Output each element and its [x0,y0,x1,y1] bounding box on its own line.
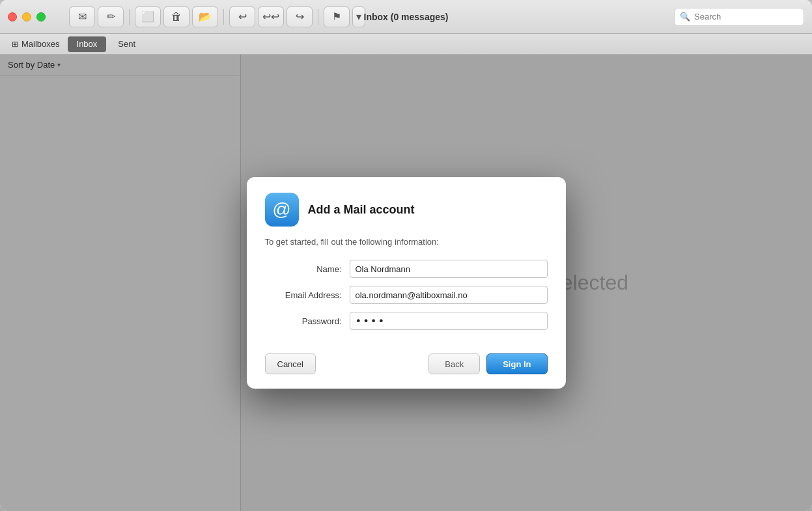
tab-sent-label: Sent [118,39,135,49]
email-row: Email Address: [265,286,548,304]
traffic-lights [8,12,46,21]
separator-2 [223,9,224,25]
signin-button[interactable]: Sign In [486,353,547,374]
archive-button[interactable]: ⬜ [135,7,161,27]
archive-icon: ⬜ [141,10,154,23]
compose-icon: ✉ [78,10,87,23]
mailboxes-button[interactable]: ⊞ Mailboxes [7,38,65,50]
separator-3 [318,9,318,25]
move-button[interactable]: 📂 [192,7,218,27]
at-symbol-icon: @ [272,199,290,220]
reply-all-icon: ↩↩ [262,10,279,23]
minimize-button[interactable] [22,12,31,21]
forward-button[interactable]: ↪ [287,7,313,27]
tab-sent[interactable]: Sent [109,36,145,52]
trash-button[interactable]: 🗑 [163,7,189,27]
modal-overlay: @ Add a Mail account To get started, fil… [0,55,812,511]
forward-icon: ↪ [296,10,304,23]
flag-button[interactable]: ⚑ [324,7,350,27]
titlebar: ✉ ✏ ⬜ 🗑 📂 ↩ ↩↩ ↪ [0,0,812,34]
name-input[interactable] [350,260,548,278]
back-button[interactable]: Back [428,353,480,374]
main-content: Sort by Date ▾ No Message Selected @ Add… [0,55,812,511]
email-label: Email Address: [265,290,350,300]
mailboxes-label: Mailboxes [21,39,60,49]
modal-title: Add a Mail account [308,203,415,217]
tabbar: ⊞ Mailboxes Inbox Sent [0,34,812,55]
separator-1 [129,9,130,25]
cancel-button[interactable]: Cancel [265,353,316,374]
modal-icon: @ [265,193,299,227]
reply-all-button[interactable]: ↩↩ [258,7,284,27]
reply-icon: ↩ [238,10,247,23]
name-row: Name: [265,260,548,278]
add-mail-account-dialog: @ Add a Mail account To get started, fil… [247,177,566,389]
toolbar-left: ✉ ✏ ⬜ 🗑 📂 ↩ ↩↩ ↪ [69,7,365,27]
tab-inbox[interactable]: Inbox [68,36,107,52]
tab-inbox-label: Inbox [77,39,98,49]
toolbar-right: 🔍 [674,8,804,26]
search-bar[interactable]: 🔍 [674,8,804,26]
new-note-button[interactable]: ✏ [98,7,124,27]
modal-body: Name: Email Address: Password: [247,260,566,344]
move-icon: 📂 [199,10,212,23]
trash-icon: 🗑 [171,11,182,23]
email-input[interactable] [350,286,548,304]
search-input[interactable] [694,12,798,21]
window-title: Inbox (0 messages) [364,12,449,22]
maximize-button[interactable] [36,12,46,21]
pencil-icon: ✏ [107,10,115,23]
grid-icon: ⊞ [12,40,18,49]
main-window: ✉ ✏ ⬜ 🗑 📂 ↩ ↩↩ ↪ [0,0,812,511]
name-label: Name: [265,264,350,274]
search-icon: 🔍 [680,12,690,21]
modal-header: @ Add a Mail account [247,177,566,237]
password-label: Password: [265,316,350,326]
flag-icon: ⚑ [332,10,341,23]
compose-button[interactable]: ✉ [69,7,95,27]
modal-subtitle: To get started, fill out the following i… [247,237,566,260]
chevron-down-icon: ▾ [356,10,361,23]
password-row: Password: [265,312,548,330]
close-button[interactable] [8,12,17,21]
password-input[interactable] [350,312,548,330]
reply-button[interactable]: ↩ [229,7,255,27]
modal-footer: Cancel Back Sign In [247,344,566,389]
